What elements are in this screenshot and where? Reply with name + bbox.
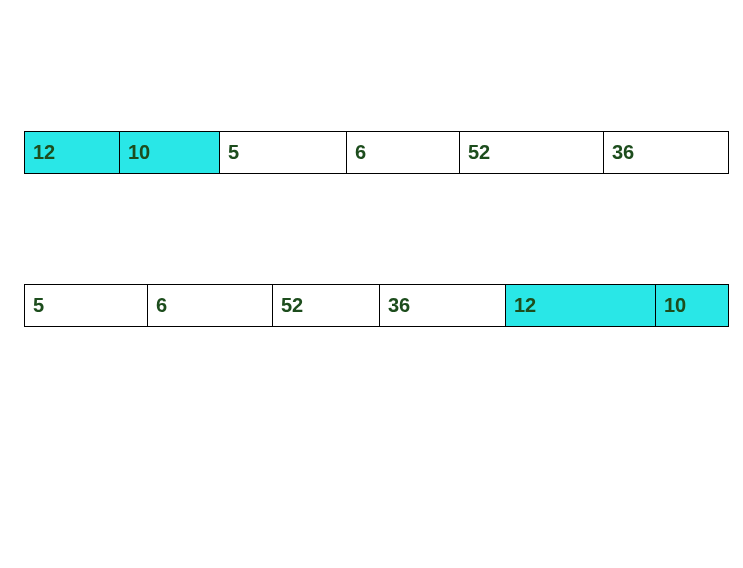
array-cell: 6 (347, 132, 460, 173)
array-cell: 52 (273, 285, 380, 326)
array-cell: 10 (656, 285, 728, 326)
array-cell: 12 (25, 132, 120, 173)
array-cell: 5 (220, 132, 347, 173)
array-cell: 12 (506, 285, 656, 326)
array-cell: 10 (120, 132, 220, 173)
array-cell: 5 (25, 285, 148, 326)
array-cell: 36 (380, 285, 506, 326)
array-cell: 52 (460, 132, 604, 173)
array-row-1: 12 10 5 6 52 36 (24, 131, 729, 174)
array-cell: 6 (148, 285, 273, 326)
array-row-2: 5 6 52 36 12 10 (24, 284, 729, 327)
array-cell: 36 (604, 132, 728, 173)
